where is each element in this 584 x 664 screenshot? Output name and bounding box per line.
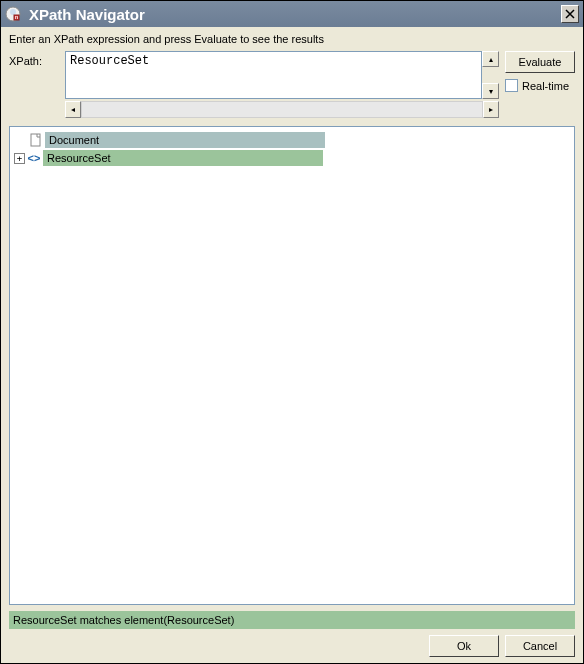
realtime-label: Real-time xyxy=(522,80,569,92)
xpath-vertical-scrollbar[interactable]: ▴ ▾ xyxy=(482,51,499,99)
scroll-down-icon[interactable]: ▾ xyxy=(482,83,499,99)
titlebar[interactable]: n XPath Navigator xyxy=(1,1,583,27)
document-icon xyxy=(29,133,43,147)
scroll-up-icon[interactable]: ▴ xyxy=(482,51,499,67)
element-icon: <> xyxy=(27,151,41,165)
svg-text:n: n xyxy=(15,14,18,20)
dialog-button-bar: Ok Cancel xyxy=(1,629,583,663)
cancel-button[interactable]: Cancel xyxy=(505,635,575,657)
xpath-label: XPath: xyxy=(9,51,59,67)
evaluate-button[interactable]: Evaluate xyxy=(505,51,575,73)
scroll-track[interactable] xyxy=(482,67,499,83)
window-title: XPath Navigator xyxy=(29,6,561,23)
realtime-checkbox[interactable] xyxy=(505,79,518,92)
input-area: Enter an XPath expression and press Eval… xyxy=(1,27,583,126)
close-button[interactable] xyxy=(561,5,579,23)
svg-rect-4 xyxy=(31,134,40,146)
instruction-text: Enter an XPath expression and press Eval… xyxy=(9,33,575,45)
xpath-navigator-window: n XPath Navigator Enter an XPath express… xyxy=(0,0,584,664)
tree-row[interactable]: + <> ResourceSet xyxy=(14,149,570,167)
element-node-label[interactable]: ResourceSet xyxy=(43,150,323,166)
ok-button[interactable]: Ok xyxy=(429,635,499,657)
xpath-input[interactable] xyxy=(65,51,482,99)
expand-icon[interactable]: + xyxy=(14,153,25,164)
document-node-label[interactable]: Document xyxy=(45,132,325,148)
svg-text:<>: <> xyxy=(28,152,41,164)
status-text: ResourceSet matches element(ResourceSet) xyxy=(13,614,234,626)
xpath-horizontal-scrollbar[interactable]: ◂ ▸ xyxy=(65,101,499,118)
tree-document-row[interactable]: Document xyxy=(14,131,570,149)
scroll-right-icon[interactable]: ▸ xyxy=(483,101,499,118)
app-icon: n xyxy=(5,6,21,22)
scroll-track[interactable] xyxy=(81,101,483,118)
status-bar: ResourceSet matches element(ResourceSet) xyxy=(9,611,575,629)
realtime-checkbox-row[interactable]: Real-time xyxy=(505,79,575,92)
scroll-left-icon[interactable]: ◂ xyxy=(65,101,81,118)
result-tree[interactable]: Document + <> ResourceSet xyxy=(9,126,575,605)
